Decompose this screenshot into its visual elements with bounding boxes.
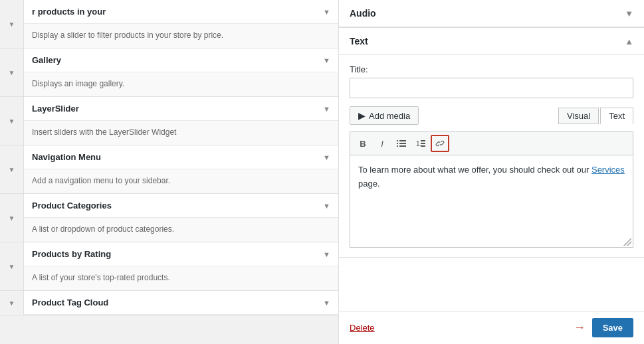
widget-list: r products in your ▼ Display a slider to… — [0, 0, 339, 344]
price-filter-widget-header[interactable]: r products in your ▼ — [24, 0, 338, 24]
save-button[interactable]: Save — [592, 318, 633, 337]
products-by-rating-widget-row: Products by Rating ▼ A list of your stor… — [0, 242, 338, 291]
navigation-menu-drag-handle[interactable] — [0, 145, 24, 193]
layerslider-drag-handle[interactable] — [0, 97, 24, 145]
navigation-menu-widget-header[interactable]: Navigation Menu ▼ — [24, 145, 338, 169]
audio-section: Audio ▼ — [339, 0, 644, 28]
svg-rect-0 — [397, 140, 398, 141]
gallery-widget-content: Gallery ▼ Displays an image gallery. — [24, 48, 338, 96]
product-tag-cloud-widget-content: Product Tag Cloud ▼ — [24, 291, 338, 315]
ul-icon — [397, 139, 406, 148]
ol-icon: 1. — [416, 139, 425, 148]
price-filter-title: r products in your — [32, 7, 106, 17]
italic-button[interactable]: I — [373, 135, 391, 152]
view-toggle: Visual Text — [558, 108, 633, 124]
visual-view-button[interactable]: Visual — [558, 108, 599, 124]
layerslider-widget-row: LayerSlider ▼ Insert sliders with the La… — [0, 97, 338, 145]
price-filter-widget-content: r products in your ▼ Display a slider to… — [24, 0, 338, 48]
product-categories-description: A list or dropdown of product categories… — [24, 218, 338, 242]
price-filter-description: Display a slider to filter products in y… — [24, 24, 338, 48]
svg-rect-3 — [399, 143, 406, 144]
products-by-rating-title: Products by Rating — [32, 249, 111, 259]
layerslider-widget-content: LayerSlider ▼ Insert sliders with the La… — [24, 97, 338, 145]
save-row: → Save — [574, 318, 633, 337]
layerslider-title: LayerSlider — [32, 104, 79, 114]
widget-editor-panel: Audio ▼ Text ▲ Title: ▶ Add media Visual… — [339, 0, 644, 344]
add-media-button[interactable]: ▶ Add media — [350, 106, 419, 125]
svg-rect-2 — [397, 143, 398, 144]
title-input[interactable] — [350, 78, 633, 98]
editor-resize-handle[interactable] — [623, 238, 631, 246]
layerslider-description: Insert sliders with the LayerSlider Widg… — [24, 121, 338, 145]
product-categories-widget-header[interactable]: Product Categories ▼ — [24, 194, 338, 218]
svg-rect-1 — [399, 140, 406, 141]
editor-services-link[interactable]: Services — [591, 165, 625, 175]
product-categories-expand-icon: ▼ — [323, 202, 330, 210]
navigation-menu-title: Navigation Menu — [32, 152, 101, 162]
products-by-rating-widget-header[interactable]: Products by Rating ▼ — [24, 242, 338, 266]
products-by-rating-expand-icon: ▼ — [323, 250, 330, 258]
gallery-expand-icon: ▼ — [323, 56, 330, 64]
text-section-body: Title: ▶ Add media Visual Text B I — [339, 55, 644, 257]
svg-rect-9 — [421, 145, 425, 147]
product-tag-cloud-expand-icon: ▼ — [323, 299, 330, 307]
product-tag-cloud-widget-header[interactable]: Product Tag Cloud ▼ — [24, 291, 338, 315]
add-media-label: Add media — [369, 111, 410, 121]
widget-editor-bottom-bar: Delete → Save — [339, 311, 644, 344]
products-by-rating-description: A list of your store's top-rated product… — [24, 266, 338, 290]
text-view-button[interactable]: Text — [600, 108, 633, 124]
layerslider-widget-header[interactable]: LayerSlider ▼ — [24, 97, 338, 121]
product-categories-title: Product Categories — [32, 201, 112, 211]
products-by-rating-drag-handle[interactable] — [0, 242, 24, 290]
bold-button[interactable]: B — [354, 135, 372, 152]
product-categories-widget-content: Product Categories ▼ A list or dropdown … — [24, 194, 338, 242]
navigation-menu-description: Add a navigation menu to your sidebar. — [24, 169, 338, 193]
svg-rect-7 — [421, 140, 425, 141]
link-icon — [435, 139, 445, 148]
audio-section-header[interactable]: Audio ▼ — [339, 0, 644, 27]
delete-button[interactable]: Delete — [350, 323, 375, 333]
gallery-drag-handle[interactable] — [0, 48, 24, 96]
gallery-widget-row: Gallery ▼ Displays an image gallery. — [0, 48, 338, 97]
text-section-title: Text — [350, 36, 368, 46]
media-row: ▶ Add media Visual Text — [350, 106, 633, 125]
editor-content-area[interactable]: To learn more about what we offer, you s… — [350, 155, 633, 248]
ordered-list-button[interactable]: 1. — [411, 135, 430, 152]
link-button[interactable] — [431, 135, 449, 152]
editor-text-before: To learn more about what we offer, you s… — [358, 165, 591, 175]
text-section: Text ▲ Title: ▶ Add media Visual Text B — [339, 28, 644, 258]
svg-rect-5 — [399, 145, 406, 147]
save-arrow-icon: → — [574, 321, 586, 335]
audio-section-title: Audio — [350, 8, 376, 19]
product-tag-cloud-title: Product Tag Cloud — [32, 298, 108, 307]
add-media-icon: ▶ — [358, 110, 366, 121]
products-by-rating-widget-content: Products by Rating ▼ A list of your stor… — [24, 242, 338, 290]
product-tag-cloud-drag-handle[interactable] — [0, 291, 24, 315]
layerslider-expand-icon: ▼ — [323, 105, 330, 113]
editor-text: To learn more about what we offer, you s… — [358, 163, 625, 191]
navigation-menu-expand-icon: ▼ — [323, 153, 330, 161]
price-filter-widget-row: r products in your ▼ Display a slider to… — [0, 0, 338, 48]
price-filter-expand-icon: ▼ — [323, 8, 330, 16]
editor-text-after: page. — [358, 179, 380, 189]
editor-toolbar: B I 1. — [350, 131, 633, 155]
price-filter-drag-handle[interactable] — [0, 0, 24, 48]
title-field-label: Title: — [350, 64, 633, 74]
unordered-list-button[interactable] — [392, 135, 411, 152]
product-categories-widget-row: Product Categories ▼ A list or dropdown … — [0, 194, 338, 242]
gallery-widget-header[interactable]: Gallery ▼ — [24, 48, 338, 72]
text-section-header[interactable]: Text ▲ — [339, 28, 644, 55]
gallery-title: Gallery — [32, 55, 61, 65]
svg-rect-8 — [421, 143, 425, 144]
navigation-menu-widget-row: Navigation Menu ▼ Add a navigation menu … — [0, 145, 338, 194]
product-categories-drag-handle[interactable] — [0, 194, 24, 242]
svg-rect-4 — [397, 145, 398, 147]
audio-section-toggle-icon: ▼ — [625, 9, 633, 19]
text-section-toggle-icon: ▲ — [625, 37, 633, 46]
product-tag-cloud-widget-row: Product Tag Cloud ▼ — [0, 291, 338, 315]
navigation-menu-widget-content: Navigation Menu ▼ Add a navigation menu … — [24, 145, 338, 193]
gallery-description: Displays an image gallery. — [24, 72, 338, 96]
